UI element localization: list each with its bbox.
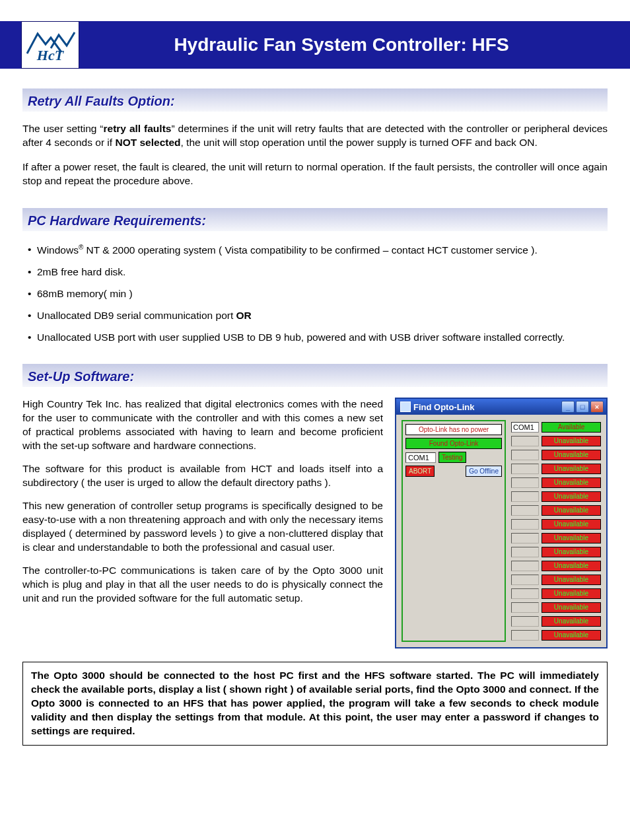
port-row: Unavailable xyxy=(511,628,601,642)
window-app-icon xyxy=(400,402,411,412)
port-status: Unavailable xyxy=(542,436,601,446)
window-title: Find Opto-Link xyxy=(413,402,561,412)
port-row: Unavailable xyxy=(511,559,601,573)
port-status: Unavailable xyxy=(542,561,601,571)
port-row: Unavailable xyxy=(511,600,601,614)
minimize-button[interactable]: _ xyxy=(561,401,575,413)
heading-text: Set-Up Software: xyxy=(28,369,602,384)
port-label: COM1 xyxy=(511,422,539,433)
port-row: Unavailable xyxy=(511,573,601,586)
page-header: HcT Hydraulic Fan System Controller: HFS xyxy=(0,21,630,69)
ports-list: COM1AvailableUnavailableUnavailableUnava… xyxy=(511,420,601,642)
port-label xyxy=(511,436,539,446)
setup-text-column: High Country Tek Inc. has realized that … xyxy=(22,398,383,614)
port-label xyxy=(511,547,539,557)
port-status: Unavailable xyxy=(542,533,601,543)
port-status: Unavailable xyxy=(542,575,601,585)
port-row: Unavailable xyxy=(511,489,601,503)
port-label xyxy=(511,491,539,502)
status-found: Found Opto-Link xyxy=(405,438,502,449)
list-item: Unallocated USB port with user supplied … xyxy=(28,331,608,345)
brand-logo: HcT xyxy=(21,21,79,69)
maximize-button[interactable]: □ xyxy=(576,401,589,413)
port-row: Unavailable xyxy=(511,517,601,531)
port-label xyxy=(511,505,539,516)
port-row: Unavailable xyxy=(511,531,601,545)
com-field[interactable]: COM1 xyxy=(405,452,436,463)
port-row: Unavailable xyxy=(511,434,601,448)
port-status: Unavailable xyxy=(542,588,601,599)
list-item: Unallocated DB9 serial communication por… xyxy=(28,309,608,323)
port-status: Unavailable xyxy=(542,491,601,502)
go-offline-button[interactable]: Go Offline xyxy=(466,466,502,477)
port-row: Unavailable xyxy=(511,586,601,600)
port-status: Unavailable xyxy=(542,630,601,641)
embedded-window-find-opto-link: Find Opto-Link _ □ × Opto-Link has no po… xyxy=(395,398,608,648)
port-row: Unavailable xyxy=(511,614,601,628)
port-status: Available xyxy=(542,422,601,433)
section-heading-retry: Retry All Faults Option: xyxy=(22,88,608,112)
abort-button[interactable]: ABORT xyxy=(405,466,435,477)
port-label xyxy=(511,561,539,571)
port-row: Unavailable xyxy=(511,475,601,489)
connection-note: The Opto 3000 should be connected to the… xyxy=(22,662,608,746)
port-status: Unavailable xyxy=(542,505,601,516)
status-panel: Opto-Link has no power Found Opto-Link C… xyxy=(402,420,506,642)
port-status: Unavailable xyxy=(542,477,601,488)
testing-button[interactable]: Testing xyxy=(438,452,466,463)
port-label xyxy=(511,464,539,474)
port-row: Unavailable xyxy=(511,448,601,462)
port-row: Unavailable xyxy=(511,503,601,517)
setup-para: This new generation of controller setup … xyxy=(22,499,383,555)
setup-para: The controller-to-PC communications is t… xyxy=(22,564,383,606)
list-item: Windows® NT & 2000 operating system ( Vi… xyxy=(28,243,608,258)
port-status: Unavailable xyxy=(542,547,601,557)
window-titlebar[interactable]: Find Opto-Link _ □ × xyxy=(396,399,606,415)
list-item: 2mB free hard disk. xyxy=(28,265,608,279)
port-label xyxy=(511,519,539,530)
section-heading-pcreq: PC Hardware Requirements: xyxy=(22,208,608,231)
port-label xyxy=(511,575,539,585)
port-status: Unavailable xyxy=(542,616,601,627)
port-status: Unavailable xyxy=(542,602,601,613)
port-label xyxy=(511,616,539,627)
port-label xyxy=(511,588,539,599)
heading-text: Retry All Faults Option: xyxy=(28,94,602,109)
close-button[interactable]: × xyxy=(590,401,604,413)
port-status: Unavailable xyxy=(542,450,601,460)
section-heading-setup: Set-Up Software: xyxy=(22,364,608,387)
port-label xyxy=(511,450,539,460)
port-row: COM1Available xyxy=(511,420,601,434)
port-label xyxy=(511,533,539,543)
setup-para: The software for this product is availab… xyxy=(22,462,383,490)
port-row: Unavailable xyxy=(511,462,601,475)
page-title: Hydraulic Fan System Controller: HFS xyxy=(79,34,630,55)
setup-para: High Country Tek Inc. has realized that … xyxy=(22,398,383,453)
heading-text: PC Hardware Requirements: xyxy=(28,213,602,228)
status-no-power: Opto-Link has no power xyxy=(405,424,502,435)
port-label xyxy=(511,477,539,488)
port-status: Unavailable xyxy=(542,519,601,530)
pcreq-list: Windows® NT & 2000 operating system ( Vi… xyxy=(28,243,608,345)
port-row: Unavailable xyxy=(511,545,601,559)
list-item: 68mB memory( min ) xyxy=(28,287,608,301)
port-label xyxy=(511,602,539,613)
retry-paragraph-1: The user setting “retry all faults” dete… xyxy=(22,122,608,150)
port-label xyxy=(511,630,539,641)
retry-paragraph-2: If after a power reset, the fault is cle… xyxy=(22,160,608,188)
port-status: Unavailable xyxy=(542,464,601,474)
logo-text: HcT xyxy=(22,47,79,64)
